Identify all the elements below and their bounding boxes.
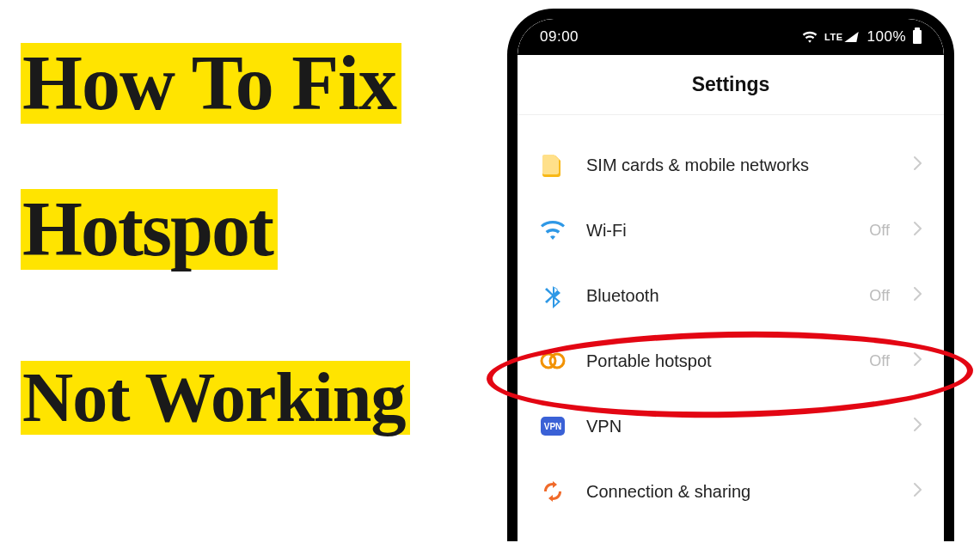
wifi-signal-icon <box>802 31 818 43</box>
settings-list: SIM cards & mobile networks Wi-Fi Off <box>518 115 944 524</box>
row-value: Off <box>869 352 890 370</box>
row-label: VPN <box>586 417 869 436</box>
bluetooth-icon <box>540 283 566 308</box>
phone-frame: 09:00 LTE 100% Settings SIM cards & mobi <box>507 9 954 541</box>
row-vpn[interactable]: VPN VPN <box>518 393 944 459</box>
row-value: Off <box>869 287 890 305</box>
row-sharing[interactable]: Connection & sharing <box>518 459 944 524</box>
hotspot-icon <box>540 348 566 374</box>
chevron-right-icon <box>914 287 922 304</box>
chevron-right-icon <box>914 352 922 369</box>
cell-signal-icon <box>844 32 864 42</box>
page-title-text: Settings <box>692 73 770 96</box>
row-sim[interactable]: SIM cards & mobile networks <box>518 132 944 198</box>
vpn-icon: VPN <box>540 413 566 439</box>
network-type-label: LTE <box>824 32 842 42</box>
row-label: SIM cards & mobile networks <box>586 156 869 175</box>
row-value: Off <box>869 222 890 240</box>
row-label: Bluetooth <box>586 286 848 306</box>
sharing-icon <box>540 479 566 504</box>
row-label: Portable hotspot <box>586 351 848 371</box>
row-label: Wi-Fi <box>586 221 848 241</box>
headline-line-3: Not Working <box>21 361 410 435</box>
phone-screen: 09:00 LTE 100% Settings SIM cards & mobi <box>518 19 944 541</box>
chevron-right-icon <box>914 483 922 500</box>
headline-line-2: Hotspot <box>21 189 278 270</box>
status-right-cluster: LTE 100% <box>802 28 922 46</box>
row-hotspot[interactable]: Portable hotspot Off <box>518 328 944 393</box>
battery-icon <box>913 30 922 44</box>
battery-percent: 100% <box>867 28 906 46</box>
svg-text:VPN: VPN <box>544 422 562 431</box>
status-time: 09:00 <box>540 28 579 46</box>
row-bluetooth[interactable]: Bluetooth Off <box>518 263 944 328</box>
page-title: Settings <box>518 55 944 115</box>
row-label: Connection & sharing <box>586 482 869 502</box>
chevron-right-icon <box>914 156 922 174</box>
sim-card-icon <box>540 152 566 178</box>
row-wifi[interactable]: Wi-Fi Off <box>518 198 944 263</box>
wifi-icon <box>540 217 566 243</box>
chevron-right-icon <box>914 222 922 239</box>
headline-line-1: How To Fix <box>21 43 401 124</box>
status-bar: 09:00 LTE 100% <box>518 19 944 55</box>
chevron-right-icon <box>914 418 922 435</box>
svg-point-1 <box>550 354 564 368</box>
